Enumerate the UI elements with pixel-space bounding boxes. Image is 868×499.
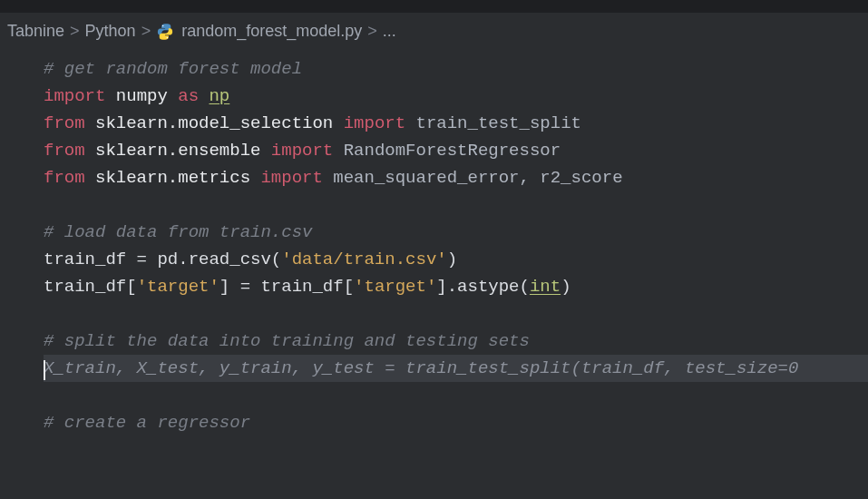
module-name: sklearn.ensemble [95, 141, 260, 161]
code-text: ) [447, 250, 457, 269]
breadcrumb-separator: > [70, 22, 80, 41]
breadcrumb-separator: > [141, 22, 151, 41]
code-line: from sklearn.model_selection import trai… [44, 110, 868, 137]
code-line: train_df['target'] = train_df['target'].… [44, 273, 868, 300]
keyword: from [44, 113, 85, 133]
code-text: train_df = pd.read_csv( [44, 250, 281, 269]
alias-name: np [209, 86, 229, 106]
breadcrumb-item-tabnine[interactable]: Tabnine [7, 22, 64, 41]
keyword: from [44, 141, 85, 161]
code-line: # get random forest model [44, 55, 868, 83]
code-text: train_df[ [44, 277, 137, 297]
keyword: import [271, 141, 333, 161]
code-text: ] = train_df[ [219, 277, 354, 297]
code-line: # create a regressor [44, 409, 868, 436]
keyword: from [44, 168, 85, 188]
svg-point-1 [167, 36, 169, 38]
imported-name: mean_squared_error, r2_score [333, 168, 622, 188]
keyword: as [178, 86, 199, 106]
string-literal: 'target' [137, 277, 219, 297]
blank-line [44, 191, 868, 219]
string-literal: 'target' [354, 277, 436, 297]
title-bar-strip [0, 0, 868, 13]
code-editor[interactable]: # get random forest model import numpy a… [0, 50, 868, 436]
comment-text: # get random forest model [44, 59, 302, 79]
builtin-type: int [530, 277, 561, 297]
module-name: sklearn.metrics [95, 168, 250, 188]
blank-line [44, 300, 868, 328]
imported-name: train_test_split [416, 113, 581, 133]
keyword: import [44, 86, 105, 106]
comment-text: # load data from train.csv [44, 222, 312, 242]
svg-point-0 [162, 24, 164, 26]
code-text: ].astype( [436, 277, 530, 297]
breadcrumb-item-more[interactable]: ... [383, 22, 396, 41]
code-line: # load data from train.csv [44, 219, 868, 246]
breadcrumb-separator: > [367, 22, 377, 41]
code-line: import numpy as np [44, 83, 868, 110]
keyword: import [344, 113, 405, 133]
code-line: from sklearn.ensemble import RandomFores… [44, 137, 868, 164]
keyword: import [260, 168, 322, 188]
python-file-icon [156, 23, 174, 41]
code-line: from sklearn.metrics import mean_squared… [44, 164, 868, 191]
comment-text: # create a regressor [44, 413, 250, 433]
text-cursor [44, 360, 45, 380]
breadcrumb-item-file[interactable]: random_forest_model.py [181, 22, 362, 41]
code-line: # split the data into training and testi… [44, 328, 868, 355]
breadcrumb: Tabnine > Python > random_forest_model.p… [0, 13, 868, 50]
module-name: sklearn.model_selection [95, 113, 333, 133]
suggestion-text: X_train, X_test, y_train, y_test = train… [44, 358, 798, 378]
string-literal: 'data/train.csv' [281, 250, 446, 269]
blank-line [44, 382, 868, 409]
breadcrumb-item-python[interactable]: Python [85, 22, 136, 41]
code-text: ) [561, 277, 571, 297]
imported-name: RandomForestRegressor [344, 141, 561, 161]
comment-text: # split the data into training and testi… [44, 331, 530, 351]
module-name: numpy [116, 86, 168, 106]
ai-suggestion-line[interactable]: X_train, X_test, y_train, y_test = train… [44, 355, 868, 382]
code-line: train_df = pd.read_csv('data/train.csv') [44, 246, 868, 273]
